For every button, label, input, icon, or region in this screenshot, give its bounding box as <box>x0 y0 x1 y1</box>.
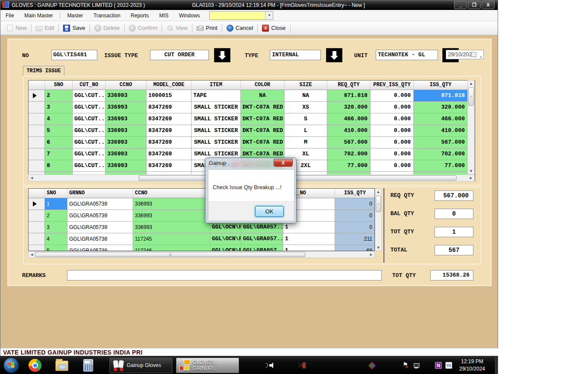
cell-iss_qty[interactable]: 77.000 <box>414 160 468 172</box>
cell-color[interactable]: DKT-C07A RED <box>241 137 284 148</box>
scroll-left-icon[interactable]: ◄ <box>29 175 35 181</box>
cell-sno[interactable]: 1 <box>45 198 67 210</box>
ok-button[interactable]: OK <box>255 206 284 217</box>
bottom-grid-vscrollbar[interactable]: ▲ ≡ ▼ <box>375 188 382 251</box>
column-header-req_qty[interactable]: REQ_QTY <box>327 81 371 90</box>
menu-windows[interactable]: Windows <box>174 11 205 20</box>
cell-iss_qty[interactable]: 320.000 <box>414 102 468 113</box>
cell-req_qty[interactable]: 320.000 <box>327 102 371 113</box>
menu-file[interactable]: File <box>0 11 19 20</box>
cell-sno[interactable]: 7 <box>45 148 73 160</box>
cell-c4[interactable]: GGL\OCN\FR... <box>210 245 241 251</box>
cell-cut_no[interactable]: GGL\CUT... <box>73 90 105 102</box>
row-selector[interactable] <box>29 198 45 210</box>
cell-model_code[interactable]: 8347269 <box>147 148 192 160</box>
menu-mis[interactable]: MIS <box>154 11 173 20</box>
chrome-icon[interactable] <box>29 359 42 372</box>
cell-c6[interactable]: 1 <box>283 222 335 233</box>
scroll-up-icon[interactable]: ▲ <box>375 189 381 195</box>
cell-color[interactable]: DKT-C07A RED <box>241 102 284 113</box>
scroll-right-icon[interactable]: ► <box>368 251 374 258</box>
show-desktop-button[interactable] <box>495 356 498 374</box>
cell-grnno[interactable]: GGL\GRA05738 <box>67 233 133 245</box>
cell-iss_qty[interactable]: 0 <box>335 198 375 210</box>
cell-color[interactable]: DKT-C07A RED <box>241 125 284 137</box>
cell-prev_iss_qty[interactable]: 0.000 <box>371 90 414 102</box>
scrollbar-thumb[interactable] <box>139 175 457 181</box>
menu-main-master[interactable]: Main Master <box>19 11 58 20</box>
chevron-down-icon[interactable]: ▼ <box>265 12 273 19</box>
scroll-right-icon[interactable]: ► <box>468 175 474 181</box>
window-selector-combo[interactable]: ▼ <box>209 11 273 20</box>
cell-ccno[interactable]: 336993 <box>105 148 147 160</box>
cell-iss_qty[interactable]: 0 <box>335 222 375 233</box>
cell-req_qty[interactable]: 410.000 <box>327 125 371 137</box>
cell-ccno[interactable]: 336993 <box>105 160 147 172</box>
cell-cut_no[interactable]: GGL\CUT... <box>73 102 105 113</box>
cell-prev_iss_qty[interactable]: 0.000 <box>371 148 414 160</box>
cell-item[interactable]: SMALL STICKER <box>192 113 241 125</box>
cell-cut_no[interactable]: GGL\CUT... <box>73 113 105 125</box>
column-header-model_code[interactable]: MODEL_CODE <box>147 81 192 90</box>
scrollbar-thumb[interactable]: ≡ <box>468 87 474 106</box>
cell-sno[interactable]: 2 <box>45 210 67 222</box>
new-button[interactable]: New <box>3 23 30 33</box>
column-header-sno[interactable]: SNO <box>45 81 73 90</box>
view-button[interactable]: View <box>163 23 191 33</box>
scroll-down-icon[interactable]: ▼ <box>468 168 474 174</box>
cell-size[interactable]: L <box>284 125 327 137</box>
cell-prev_iss_qty[interactable]: 0.000 <box>371 160 414 172</box>
cell-ccno[interactable]: 336993 <box>133 210 210 222</box>
cell-size[interactable]: S <box>284 113 327 125</box>
column-header-ccno[interactable]: CCNO <box>133 189 210 198</box>
cell-sno[interactable]: 5 <box>45 245 67 251</box>
unit-field[interactable]: TECHNOTEK - GL <box>376 50 438 60</box>
cell-item[interactable]: SMALL STICKER <box>192 137 241 148</box>
cell-ccno[interactable]: 336993 <box>105 113 147 125</box>
cell-iss_qty[interactable]: 68 <box>335 245 375 251</box>
taskbar-button-gloves-gainup[interactable]: GLOVES : GAINUP... <box>176 357 240 374</box>
cell-size[interactable]: NA <box>284 90 327 102</box>
cell-sno[interactable]: 3 <box>45 102 73 113</box>
cell-color[interactable]: DKT-C07A RED <box>241 113 284 125</box>
explorer-folder-icon[interactable] <box>55 361 68 371</box>
no-field[interactable]: GGL\TIS481 <box>51 50 97 60</box>
confirm-button[interactable]: Confirm <box>125 23 161 33</box>
edit-button[interactable]: Edit <box>32 23 58 33</box>
delete-button[interactable]: Delete <box>91 23 123 33</box>
cell-model_code[interactable]: 8347269 <box>147 113 192 125</box>
column-header-cut_no[interactable]: CUT_NO <box>73 81 105 90</box>
cell-iss_qty[interactable]: 410.000 <box>414 125 468 137</box>
cell-iss_qty[interactable]: 0 <box>335 210 375 222</box>
cell-grnno[interactable]: GGL\GRA05739 <box>67 210 133 222</box>
cell-sno[interactable]: 4 <box>45 233 67 245</box>
row-selector[interactable] <box>29 137 45 148</box>
column-header-color[interactable]: COLOR <box>241 81 284 90</box>
cell-cut_no[interactable]: GGL\CUT... <box>73 125 105 137</box>
cell-cut_no[interactable]: GGL\CUT... <box>73 137 105 148</box>
tab-trims-issue[interactable]: TRIMS ISSUE <box>23 66 64 76</box>
date-picker[interactable]: 29/10/2024 ▼ <box>446 50 484 59</box>
row-selector-header[interactable] <box>29 81 45 90</box>
scroll-up-icon[interactable]: ▲ <box>468 81 474 87</box>
column-header-ccno[interactable]: CCNO <box>105 81 147 90</box>
cell-prev_iss_qty[interactable]: 0.000 <box>371 113 414 125</box>
row-selector-header[interactable] <box>29 189 45 198</box>
row-selector[interactable] <box>29 222 45 233</box>
app-diamond-icon[interactable] <box>368 362 375 369</box>
onenote-icon[interactable]: N <box>435 362 442 369</box>
cell-ccno[interactable]: 336993 <box>105 90 147 102</box>
cell-sno[interactable]: 2 <box>45 90 73 102</box>
cell-model_code[interactable]: 8347269 <box>147 102 192 113</box>
cell-c5[interactable]: GGL\GRA057... <box>241 222 283 233</box>
cell-sno[interactable]: 8 <box>45 160 73 172</box>
dialog-close-button[interactable]: X <box>274 159 293 167</box>
cell-cut_no[interactable]: GGL\CUT... <box>73 160 105 172</box>
cell-cut_no[interactable]: GGL\CUT... <box>73 148 105 160</box>
cell-grnno[interactable]: GGL\GRA05738 <box>67 245 133 251</box>
cell-item[interactable]: SMALL STICKER <box>192 125 241 137</box>
print-button[interactable]: Print <box>193 23 221 33</box>
column-header-prev_iss_qty[interactable]: PREV_ISS_QTY <box>371 81 414 90</box>
column-header-item[interactable]: ITEM <box>192 81 241 90</box>
cell-model_code[interactable]: 8347269 <box>147 137 192 148</box>
